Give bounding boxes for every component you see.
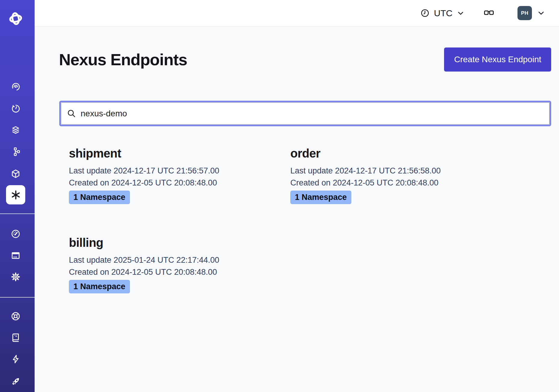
chevron-down-icon <box>537 9 545 17</box>
avatar: PH <box>517 6 532 20</box>
endpoint-last-update: Last update 2024-12-17 UTC 21:56:58.00 <box>290 165 502 177</box>
search-box <box>59 101 551 126</box>
glasses-icon <box>483 8 495 19</box>
search-icon <box>67 109 76 118</box>
timezone-label: UTC <box>434 8 452 18</box>
temporal-logo[interactable] <box>0 11 31 26</box>
sidebar-divider <box>0 297 35 298</box>
endpoint-card[interactable]: order Last update 2024-12-17 UTC 21:56:5… <box>280 146 502 204</box>
endpoint-card[interactable]: billing Last update 2025-01-24 UTC 22:17… <box>59 235 280 293</box>
billing-card-icon[interactable] <box>0 250 31 261</box>
endpoint-card[interactable]: shipment Last update 2024-12-17 UTC 21:5… <box>59 146 280 204</box>
endpoint-card-grid: shipment Last update 2024-12-17 UTC 21:5… <box>59 146 502 293</box>
worker-deployments-branch-icon[interactable] <box>0 147 31 157</box>
account-menu[interactable]: PH <box>517 6 545 20</box>
endpoint-name: billing <box>69 235 280 250</box>
endpoint-created: Created on 2024-12-05 UTC 20:08:48.00 <box>69 177 280 189</box>
schedules-timer-icon[interactable] <box>0 104 31 114</box>
labs-toggle[interactable] <box>483 8 495 19</box>
endpoint-created: Created on 2024-12-05 UTC 20:08:48.00 <box>290 177 502 189</box>
create-nexus-endpoint-button[interactable]: Create Nexus Endpoint <box>444 47 551 72</box>
settings-gear-icon[interactable] <box>0 272 31 282</box>
usage-gauge-icon[interactable] <box>0 229 31 239</box>
clock-icon <box>420 8 430 18</box>
namespace-count-badge: 1 Namespace <box>69 191 130 204</box>
endpoint-created: Created on 2024-12-05 UTC 20:08:48.00 <box>69 266 280 278</box>
quickstart-lightning-icon[interactable] <box>0 354 31 364</box>
deployments-cube-icon[interactable] <box>0 169 31 179</box>
timezone-selector[interactable]: UTC <box>420 8 465 18</box>
namespace-count-badge: 1 Namespace <box>69 280 130 293</box>
chevron-down-icon <box>457 9 465 17</box>
search-input[interactable] <box>81 109 544 118</box>
page-title: Nexus Endpoints <box>59 51 187 69</box>
namespaces-spiral-icon[interactable] <box>0 82 31 92</box>
nexus-asterisk-icon[interactable] <box>6 185 25 204</box>
namespace-count-badge: 1 Namespace <box>290 191 351 204</box>
endpoint-name: order <box>290 146 502 161</box>
topbar: UTC PH <box>35 0 559 26</box>
docs-book-icon[interactable] <box>0 332 31 343</box>
endpoint-last-update: Last update 2025-01-24 UTC 22:17:44.00 <box>69 254 280 266</box>
sidebar-divider <box>0 213 35 214</box>
batch-layers-icon[interactable] <box>0 125 31 135</box>
getting-started-rocket-icon[interactable] <box>0 376 31 387</box>
endpoint-last-update: Last update 2024-12-17 UTC 21:56:57.00 <box>69 165 280 177</box>
support-lifering-icon[interactable] <box>0 311 31 321</box>
endpoint-name: shipment <box>69 146 280 161</box>
sidebar <box>0 0 35 392</box>
